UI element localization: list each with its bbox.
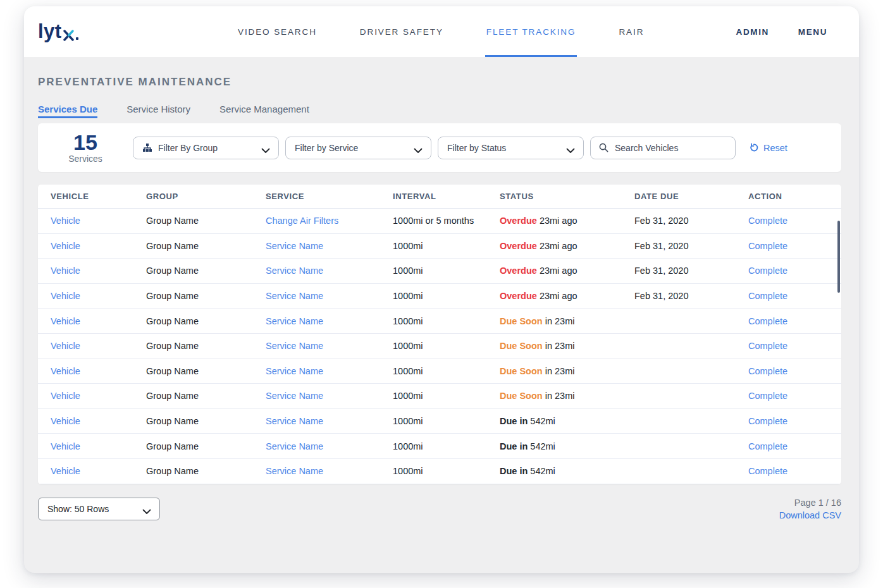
complete-link[interactable]: Complete xyxy=(748,366,841,376)
vehicle-link[interactable]: Vehicle xyxy=(51,391,146,401)
complete-link[interactable]: Complete xyxy=(748,291,841,301)
complete-link[interactable]: Complete xyxy=(748,266,841,276)
service-link[interactable]: Service Name xyxy=(266,416,393,426)
status-label: Overdue xyxy=(500,266,537,276)
filter-by-group-dropdown[interactable]: Filter By Group xyxy=(133,137,279,159)
complete-link[interactable]: Complete xyxy=(748,216,841,226)
status-detail: in 23mi xyxy=(545,366,575,376)
vehicle-link[interactable]: Vehicle xyxy=(51,441,146,451)
status-cell: Due in 542mi xyxy=(500,466,634,476)
complete-link[interactable]: Complete xyxy=(748,241,841,251)
status-detail: 542mi xyxy=(530,441,555,451)
status-label: Due in xyxy=(500,466,528,476)
filter-bar: 15 Services Filter By Group xyxy=(38,123,841,172)
table-row: Vehicle Group Name Service Name 1000mi D… xyxy=(38,434,841,459)
status-cell: Overdue 23mi ago xyxy=(500,266,634,276)
page-title: PREVENTATIVE MAINTENANCE xyxy=(38,76,841,89)
status-detail: 23mi ago xyxy=(540,241,577,251)
reset-icon xyxy=(748,142,759,153)
filter-by-service-dropdown[interactable]: Filter by Service xyxy=(285,137,431,159)
search-vehicles-input[interactable] xyxy=(615,143,722,153)
vehicle-link[interactable]: Vehicle xyxy=(51,341,146,351)
date-due-value: Feb 31, 2020 xyxy=(634,241,748,251)
vehicle-link[interactable]: Vehicle xyxy=(51,366,146,376)
table-row: Vehicle Group Name Service Name 1000mi O… xyxy=(38,284,841,309)
interval-value: 1000mi xyxy=(393,391,500,401)
tab-service-history[interactable]: Service History xyxy=(127,104,190,123)
vertical-scrollbar[interactable] xyxy=(837,221,840,293)
service-link[interactable]: Service Name xyxy=(266,441,393,451)
vehicle-link[interactable]: Vehicle xyxy=(51,216,146,226)
table-row: Vehicle Group Name Service Name 1000mi D… xyxy=(38,384,841,409)
service-link[interactable]: Service Name xyxy=(266,291,393,301)
vehicle-link[interactable]: Vehicle xyxy=(51,291,146,301)
group-name: Group Name xyxy=(146,416,266,426)
complete-link[interactable]: Complete xyxy=(748,416,841,426)
complete-link[interactable]: Complete xyxy=(748,391,841,401)
filter-by-status-label: Filter by Status xyxy=(447,143,506,153)
nav-item-fleet-tracking[interactable]: FLEET TRACKING xyxy=(486,6,576,57)
vehicle-link[interactable]: Vehicle xyxy=(51,466,146,476)
vehicle-link[interactable]: Vehicle xyxy=(51,241,146,251)
service-link[interactable]: Service Name xyxy=(266,241,393,251)
status-label: Due in xyxy=(500,416,528,426)
service-link[interactable]: Service Name xyxy=(266,341,393,351)
status-detail: 542mi xyxy=(530,416,555,426)
vehicle-link[interactable]: Vehicle xyxy=(51,416,146,426)
complete-link[interactable]: Complete xyxy=(748,466,841,476)
tab-services-due[interactable]: Services Due xyxy=(38,104,97,123)
group-name: Group Name xyxy=(146,466,266,476)
service-link[interactable]: Service Name xyxy=(266,466,393,476)
complete-link[interactable]: Complete xyxy=(748,441,841,451)
status-cell: Overdue 23mi ago xyxy=(500,291,634,301)
nav-item-admin[interactable]: ADMIN xyxy=(736,6,769,57)
chevron-down-icon xyxy=(414,145,423,156)
tab-service-management[interactable]: Service Management xyxy=(219,104,309,123)
interval-value: 1000mi xyxy=(393,266,500,276)
complete-link[interactable]: Complete xyxy=(748,316,841,326)
service-link[interactable]: Service Name xyxy=(266,391,393,401)
group-name: Group Name xyxy=(146,266,266,276)
service-link[interactable]: Change Air Filters xyxy=(266,216,393,226)
search-vehicles-box xyxy=(590,137,736,159)
service-link[interactable]: Service Name xyxy=(266,366,393,376)
nav-item-rair[interactable]: RAIR xyxy=(619,6,644,57)
col-header-status: STATUS xyxy=(500,192,634,201)
top-nav: lyt VIDEO SEARCH DRIVER SAFETY FLEET TRA… xyxy=(24,6,859,57)
lytx-logo[interactable]: lyt xyxy=(38,21,78,41)
status-detail: 542mi xyxy=(530,466,555,476)
nav-item-menu[interactable]: MENU xyxy=(798,6,827,57)
group-name: Group Name xyxy=(146,241,266,251)
reset-button[interactable]: Reset xyxy=(748,142,787,153)
rows-per-page-dropdown[interactable]: Show: 50 Rows xyxy=(38,498,160,520)
col-header-action: ACTION xyxy=(748,192,841,201)
table-row: Vehicle Group Name Service Name 1000mi O… xyxy=(38,259,841,284)
filter-by-status-dropdown[interactable]: Filter by Status xyxy=(438,137,584,159)
page-indicator: Page 1 / 16 xyxy=(779,498,841,508)
reset-label: Reset xyxy=(763,143,787,153)
services-count-number: 15 xyxy=(38,132,133,153)
service-link[interactable]: Service Name xyxy=(266,266,393,276)
pagination-block: Page 1 / 16 Download CSV xyxy=(779,498,841,520)
filter-by-group-label: Filter By Group xyxy=(158,143,218,153)
table-footer: Show: 50 Rows Page 1 / 16 Download CSV xyxy=(38,498,841,520)
complete-link[interactable]: Complete xyxy=(748,341,841,351)
nav-item-driver-safety[interactable]: DRIVER SAFETY xyxy=(360,6,443,57)
group-hierarchy-icon xyxy=(142,143,152,153)
status-cell: Due in 542mi xyxy=(500,441,634,451)
nav-item-video-search[interactable]: VIDEO SEARCH xyxy=(238,6,317,57)
status-detail: in 23mi xyxy=(545,391,575,401)
status-cell: Due Soon in 23mi xyxy=(500,316,634,326)
group-name: Group Name xyxy=(146,316,266,326)
vehicle-link[interactable]: Vehicle xyxy=(51,316,146,326)
chevron-down-icon xyxy=(261,145,270,156)
vehicle-link[interactable]: Vehicle xyxy=(51,266,146,276)
chevron-down-icon xyxy=(142,506,151,517)
table-header-row: VEHICLE GROUP SERVICE INTERVAL STATUS DA… xyxy=(38,185,841,209)
app-window: lyt VIDEO SEARCH DRIVER SAFETY FLEET TRA… xyxy=(24,6,859,573)
status-label: Due Soon xyxy=(500,366,543,376)
download-csv-link[interactable]: Download CSV xyxy=(779,510,841,520)
table-row: Vehicle Group Name Service Name 1000mi O… xyxy=(38,234,841,259)
service-link[interactable]: Service Name xyxy=(266,316,393,326)
services-count: 15 Services xyxy=(38,132,133,164)
